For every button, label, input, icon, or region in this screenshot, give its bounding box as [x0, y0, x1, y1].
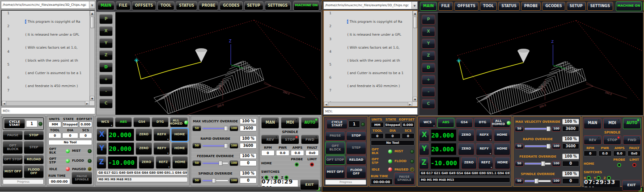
menu-button[interactable]: STATUS — [498, 2, 520, 11]
gcode-line[interactable]: 4 ( block with the zero point at th — [2, 50, 89, 63]
menu-button[interactable]: SETTINGS — [265, 1, 291, 10]
slider-thumb[interactable] — [547, 144, 551, 149]
exit-button[interactable]: EXIT — [622, 180, 641, 191]
job-button[interactable]: PAUSE — [3, 131, 23, 140]
gcode-line[interactable]: 6 ( and feedrate is 450 mm/min ) — [2, 75, 89, 88]
view-button[interactable]: D — [422, 63, 435, 73]
mode-button[interactable]: AUTO — [623, 118, 641, 129]
job-button[interactable]: RELOAD — [24, 155, 44, 164]
override-slider[interactable] — [525, 161, 551, 166]
slider-thumb[interactable] — [541, 161, 545, 166]
all-homed-button[interactable]: ALL HOMED — [170, 117, 188, 127]
mdi-input[interactable]: MDI: — [323, 108, 418, 115]
override-min-button[interactable]: 50 — [515, 161, 524, 167]
override-max-button[interactable]: 100 — [229, 143, 238, 149]
mode-button[interactable]: MDI — [281, 117, 299, 129]
pause-spindle-button[interactable]: PAUSE SPINDLE — [394, 172, 415, 185]
gremlin-3d-preview[interactable]: 350.0 -35.0 350.0 Z — [438, 13, 643, 115]
vertical-scrollbar[interactable]: ▲ ▼ — [89, 11, 94, 101]
horizontal-scrollbar[interactable]: ◄ ► — [324, 102, 412, 106]
scroll-up-icon[interactable]: ▲ — [90, 11, 94, 16]
override-max-button[interactable]: 100 — [552, 161, 561, 167]
scroll-right-icon[interactable]: ► — [408, 102, 412, 107]
cycle-start-button[interactable]: CYCLE START — [326, 119, 347, 129]
zero-axis-button[interactable]: ZERO — [139, 156, 154, 169]
override-slider[interactable] — [202, 161, 229, 166]
dro-mode-button[interactable]: DTG — [474, 118, 491, 128]
gcode-line[interactable]: 4 ( block with the zero point at th — [324, 50, 412, 63]
view-button[interactable]: X — [422, 27, 435, 37]
view-button[interactable]: + — [99, 75, 113, 84]
dro-mode-button[interactable]: WCS ▾ — [97, 117, 114, 127]
file-path-combobox[interactable]: /home/chris/linuxcnc/nc_files/examples/3… — [1, 1, 95, 9]
gcode-line[interactable]: 1 ( This program is copyright of Ra — [2, 11, 89, 24]
chevron-down-icon[interactable]: ▼ — [411, 2, 417, 9]
dro-mode-button[interactable]: G54 — [133, 117, 150, 127]
exit-button[interactable]: EXIT — [300, 179, 319, 190]
view-button[interactable]: P — [99, 14, 113, 24]
menu-button[interactable]: FILE — [438, 2, 453, 11]
override-min-button[interactable]: 50 — [192, 160, 201, 166]
view-button[interactable]: D — [99, 63, 113, 72]
gcode-line[interactable]: 2 ( It is released here under a GPL — [324, 24, 412, 37]
menu-button[interactable]: TOOL — [480, 2, 497, 11]
ref-axis-button[interactable]: REFX ▾ — [153, 129, 170, 141]
override-min-button[interactable]: 50 — [515, 178, 524, 184]
gcode-line[interactable]: 3 ( With scales factors set at 1.0, — [2, 37, 89, 50]
horizontal-scrollbar[interactable]: ◄ ► — [2, 101, 89, 105]
axis-letter-button[interactable]: X — [419, 129, 429, 142]
gcode-listing[interactable]: 1 ( This program is copyright of Ra 2 ( … — [323, 10, 418, 107]
axis-letter-button[interactable]: Z — [97, 156, 106, 169]
override-min-button[interactable]: 50 — [515, 143, 524, 149]
view-button[interactable]: Y — [99, 38, 113, 48]
view-button[interactable]: - — [422, 87, 435, 97]
home-axis-button[interactable]: HOME — [494, 129, 510, 142]
menu-button[interactable]: GCODES — [220, 1, 242, 10]
scrollbar-thumb[interactable] — [413, 17, 417, 28]
spindle-button[interactable]: REV — [261, 135, 279, 144]
dro-mode-button[interactable]: WCS ▾ — [419, 118, 436, 128]
dro-mode-button[interactable]: G54 — [456, 118, 473, 128]
scroll-right-icon[interactable]: ► — [85, 101, 89, 106]
scroll-down-icon[interactable]: ▼ — [413, 97, 417, 102]
override-min-button[interactable]: 50 — [192, 178, 201, 184]
override-min-button[interactable]: 50 — [515, 126, 524, 132]
spindle-button[interactable]: STOP — [281, 135, 299, 144]
menu-button[interactable]: SETUP — [567, 2, 586, 11]
job-button[interactable]: FLOOD OFF — [24, 165, 44, 178]
axis-letter-button[interactable]: Y — [97, 142, 107, 155]
gcode-line[interactable]: 7 — [2, 88, 89, 101]
cycle-counter[interactable]: 1 — [348, 121, 360, 128]
job-button[interactable]: OPT STOP — [325, 155, 345, 165]
slider-thumb[interactable] — [212, 178, 216, 183]
spindle-button[interactable]: FWD — [623, 135, 641, 145]
spindle-button[interactable]: REV — [584, 135, 602, 145]
ref-axis-button[interactable]: REFZ ▾ — [156, 156, 171, 169]
chevron-down-icon[interactable]: ▼ — [89, 1, 95, 8]
machine-on-button[interactable]: MACHINE ON — [616, 1, 642, 11]
slider-thumb[interactable] — [224, 126, 228, 131]
menu-button[interactable]: SETTINGS — [587, 2, 613, 11]
vertical-scrollbar[interactable]: ▲ ▼ — [412, 11, 417, 102]
menu-button[interactable]: PROBE — [521, 2, 541, 11]
override-max-button[interactable]: 100 — [229, 160, 238, 166]
home-axis-button[interactable]: HOME — [494, 143, 510, 155]
job-button[interactable]: FLOOD OFF — [346, 166, 366, 179]
view-button[interactable]: Z — [422, 51, 435, 61]
view-button[interactable]: P — [422, 15, 435, 25]
override-slider[interactable] — [202, 126, 229, 131]
menu-button[interactable]: SETUP — [244, 1, 263, 10]
job-button[interactable]: STOP — [24, 131, 44, 140]
scroll-up-icon[interactable]: ▲ — [413, 11, 417, 16]
menu-button[interactable]: FILE — [116, 1, 131, 10]
mode-button[interactable]: AUTO — [301, 117, 319, 129]
gcode-line[interactable]: 7 — [324, 88, 412, 101]
view-button[interactable]: C — [99, 99, 113, 109]
gcode-line[interactable]: 6 ( and feedrate is 450 mm/min ) — [324, 75, 412, 88]
menu-button[interactable]: STATUS — [176, 1, 197, 10]
job-button[interactable]: STEP — [24, 141, 44, 154]
job-button[interactable]: RELOAD — [346, 155, 366, 165]
view-button[interactable]: Y — [422, 39, 435, 49]
ref-axis-button[interactable]: REFY ▾ — [153, 142, 170, 155]
view-button[interactable]: Z — [99, 50, 113, 60]
